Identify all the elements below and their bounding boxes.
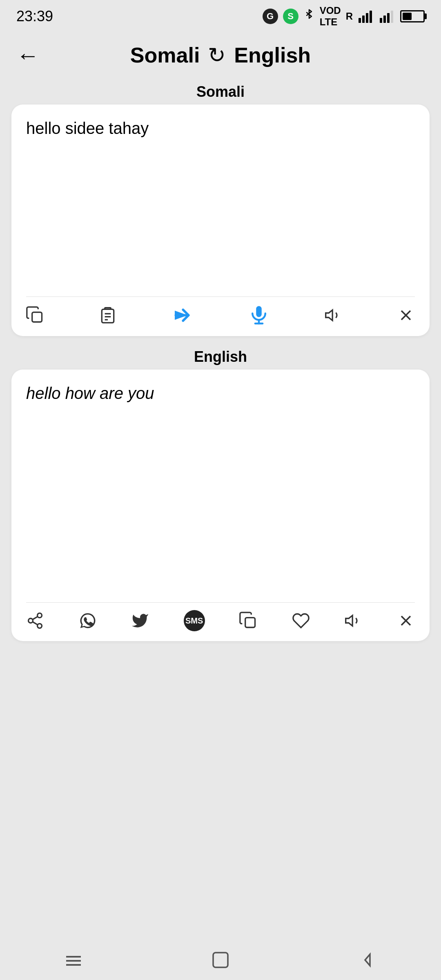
svg-marker-26 bbox=[346, 615, 353, 626]
language-selector: Somali ↻ English bbox=[130, 43, 311, 67]
svg-line-23 bbox=[33, 622, 38, 625]
svg-rect-3 bbox=[370, 11, 372, 23]
svg-marker-17 bbox=[326, 310, 333, 321]
target-clear-button[interactable] bbox=[397, 612, 415, 630]
svg-rect-8 bbox=[32, 312, 42, 322]
svg-point-20 bbox=[38, 613, 42, 618]
svg-rect-1 bbox=[362, 16, 365, 23]
svg-rect-2 bbox=[366, 13, 368, 23]
svg-point-21 bbox=[29, 619, 33, 623]
nav-home-button[interactable] bbox=[211, 950, 230, 973]
svg-line-24 bbox=[33, 617, 38, 619]
source-mic-button[interactable] bbox=[248, 304, 270, 326]
status-bar: 23:39 G S VODLTE R bbox=[0, 0, 441, 33]
source-paste-button[interactable] bbox=[99, 306, 117, 324]
status-icons: G S VODLTE R bbox=[263, 5, 425, 28]
header: ← Somali ↻ English bbox=[0, 33, 441, 78]
source-actions bbox=[26, 296, 415, 326]
source-language[interactable]: Somali bbox=[130, 43, 200, 67]
signal1-icon bbox=[358, 10, 374, 23]
nav-back-button[interactable] bbox=[358, 950, 377, 973]
target-whatsapp-button[interactable] bbox=[79, 612, 97, 630]
s-app-icon: S bbox=[283, 9, 298, 24]
target-favorite-button[interactable] bbox=[292, 612, 310, 630]
signal2-icon bbox=[379, 10, 395, 23]
target-output-card: hello how are you SMS bbox=[11, 370, 430, 641]
battery-icon bbox=[400, 10, 425, 22]
g-app-icon: G bbox=[263, 9, 278, 24]
svg-rect-4 bbox=[380, 18, 382, 23]
target-sms-button[interactable]: SMS bbox=[184, 610, 205, 631]
volte-icon: VODLTE bbox=[320, 5, 341, 28]
target-actions: SMS bbox=[26, 602, 415, 631]
svg-rect-0 bbox=[359, 18, 361, 23]
target-language-label: English bbox=[0, 343, 441, 370]
svg-marker-33 bbox=[365, 954, 370, 966]
svg-rect-32 bbox=[213, 953, 228, 967]
network-r-icon: R bbox=[346, 11, 353, 22]
translate-button[interactable] bbox=[171, 304, 193, 326]
back-button[interactable]: ← bbox=[16, 42, 39, 69]
target-twitter-button[interactable] bbox=[131, 612, 149, 630]
svg-point-22 bbox=[38, 624, 42, 628]
svg-rect-9 bbox=[102, 309, 114, 323]
svg-rect-14 bbox=[256, 306, 262, 317]
target-copy-button[interactable] bbox=[239, 612, 257, 630]
svg-rect-25 bbox=[245, 618, 255, 628]
source-clear-button[interactable] bbox=[397, 306, 415, 324]
target-speak-button[interactable] bbox=[344, 612, 362, 630]
status-time: 23:39 bbox=[16, 8, 53, 25]
bottom-nav-bar bbox=[0, 943, 441, 980]
source-language-label: Somali bbox=[0, 78, 441, 105]
svg-rect-5 bbox=[383, 16, 386, 23]
target-output-text: hello how are you bbox=[26, 382, 415, 594]
swap-languages-button[interactable]: ↻ bbox=[208, 43, 226, 67]
target-language[interactable]: English bbox=[234, 43, 311, 67]
svg-rect-6 bbox=[387, 13, 390, 23]
svg-rect-7 bbox=[391, 11, 393, 23]
bluetooth-icon bbox=[303, 9, 315, 24]
source-copy-button[interactable] bbox=[26, 306, 44, 324]
source-input-text[interactable]: hello sidee tahay bbox=[26, 117, 415, 288]
source-input-card: hello sidee tahay bbox=[11, 105, 430, 336]
nav-menu-button[interactable] bbox=[64, 950, 83, 973]
source-speak-button[interactable] bbox=[324, 306, 342, 324]
target-share-button[interactable] bbox=[26, 612, 44, 630]
